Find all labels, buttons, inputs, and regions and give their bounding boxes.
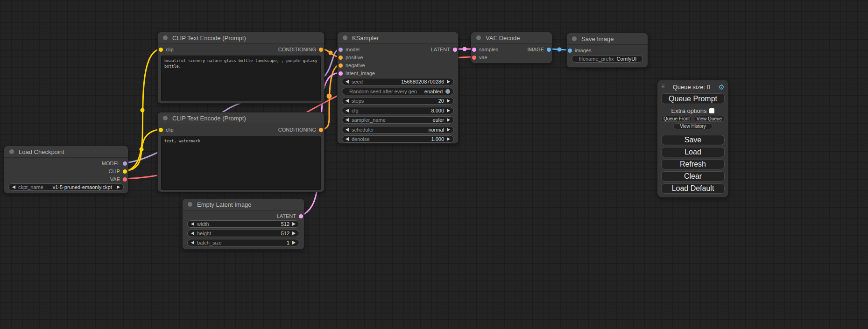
increment-arrow-icon[interactable] — [292, 241, 296, 245]
image-output-slot[interactable]: IMAGE — [528, 46, 551, 53]
clip-input-dot[interactable] — [159, 128, 163, 132]
decrement-arrow-icon[interactable] — [12, 185, 15, 189]
clip-input-dot[interactable] — [159, 48, 163, 52]
steps-widget[interactable]: steps 20 — [342, 97, 454, 105]
ckpt-name-widget[interactable]: ckpt_name v1-5-pruned-emaonly.ckpt — [8, 183, 124, 191]
node-ksampler[interactable]: KSampler model positive negative latent_… — [337, 32, 459, 144]
positive-input-slot[interactable]: positive — [339, 54, 363, 61]
save-button[interactable]: Save — [661, 135, 725, 145]
node-header[interactable]: VAE Decode — [471, 32, 552, 44]
latent-image-input-slot[interactable]: latent_image — [339, 70, 375, 77]
height-widget[interactable]: height 512 — [187, 230, 299, 237]
vae-input-dot[interactable] — [472, 56, 476, 60]
width-widget[interactable]: width 512 — [187, 220, 299, 228]
node-header[interactable]: CLIP Text Encode (Prompt) — [158, 112, 324, 124]
extra-options-checkbox[interactable] — [709, 108, 714, 113]
node-header[interactable]: Empty Latent Image — [183, 199, 304, 210]
model-output-slot[interactable]: MODEL — [102, 160, 127, 167]
collapse-dot-icon[interactable] — [163, 35, 168, 40]
load-default-button[interactable]: Load Default — [661, 183, 725, 194]
vae-input-slot[interactable]: vae — [472, 54, 487, 61]
queue-front-button[interactable]: Queue Front — [661, 116, 692, 122]
model-output-dot[interactable] — [123, 161, 127, 166]
increment-arrow-icon[interactable] — [117, 185, 120, 189]
node-clip-text-encode-negative[interactable]: CLIP Text Encode (Prompt) clip CONDITION… — [157, 112, 325, 192]
prompt-textarea[interactable]: beautiful scenery nature glass bottle la… — [161, 56, 321, 101]
increment-arrow-icon[interactable] — [447, 118, 450, 122]
latent-output-slot[interactable]: LATENT — [431, 46, 457, 53]
latent-output-dot[interactable] — [299, 214, 303, 218]
sampler-name-widget[interactable]: sampler_name euler — [342, 116, 454, 124]
clip-input-slot[interactable]: clip — [159, 46, 174, 53]
load-button[interactable]: Load — [661, 147, 725, 157]
seed-widget[interactable]: seed 156680208700286 — [342, 78, 454, 85]
prompt-textarea[interactable]: text, watermark — [161, 136, 321, 190]
conditioning-output-slot[interactable]: CONDITIONING — [278, 46, 323, 53]
conditioning-output-slot[interactable]: CONDITIONING — [278, 126, 323, 133]
negative-input-slot[interactable]: negative — [339, 62, 365, 69]
node-header[interactable]: Save Image — [567, 33, 648, 45]
increment-arrow-icon[interactable] — [292, 222, 296, 226]
scheduler-widget[interactable]: scheduler normal — [342, 126, 454, 133]
decrement-arrow-icon[interactable] — [346, 118, 349, 122]
random-seed-toggle[interactable]: Random seed after every gen enabled — [342, 88, 454, 95]
model-input-slot[interactable]: model — [339, 46, 360, 53]
collapse-dot-icon[interactable] — [188, 202, 192, 207]
node-graph-canvas[interactable]: CLIP Text Encode (Prompt) clip CONDITION… — [0, 0, 868, 329]
collapse-dot-icon[interactable] — [476, 35, 481, 40]
vae-output-dot[interactable] — [123, 177, 127, 182]
collapse-dot-icon[interactable] — [572, 36, 577, 41]
model-input-dot[interactable] — [339, 48, 343, 52]
denoise-widget[interactable]: denoise 1.000 — [342, 135, 454, 143]
toggle-dot-icon[interactable] — [445, 89, 450, 94]
increment-arrow-icon[interactable] — [447, 80, 450, 84]
increment-arrow-icon[interactable] — [447, 109, 450, 112]
samples-input-slot[interactable]: samples — [472, 46, 498, 53]
drag-handle-icon[interactable]: ⠿ — [661, 84, 664, 90]
decrement-arrow-icon[interactable] — [346, 128, 349, 132]
conditioning-output-dot[interactable] — [319, 48, 323, 52]
collapse-dot-icon[interactable] — [163, 116, 168, 120]
filename-prefix-widget[interactable]: filename_prefix ComfyUI — [572, 55, 643, 63]
increment-arrow-icon[interactable] — [447, 128, 450, 132]
samples-input-dot[interactable] — [472, 48, 476, 52]
increment-arrow-icon[interactable] — [447, 99, 450, 103]
cfg-widget[interactable]: cfg 8.000 — [342, 107, 454, 114]
queue-prompt-button[interactable]: Queue Prompt — [661, 93, 725, 104]
clear-button[interactable]: Clear — [661, 171, 725, 182]
collapse-dot-icon[interactable] — [9, 149, 14, 154]
node-empty-latent-image[interactable]: Empty Latent Image LATENT width 512 heig… — [182, 198, 304, 250]
refresh-button[interactable]: Refresh — [661, 159, 725, 169]
decrement-arrow-icon[interactable] — [346, 109, 349, 112]
conditioning-output-dot[interactable] — [319, 128, 323, 132]
gear-icon[interactable]: ⚙ — [719, 84, 725, 91]
image-output-dot[interactable] — [547, 48, 551, 52]
latent-output-dot[interactable] — [453, 48, 457, 52]
decrement-arrow-icon[interactable] — [346, 137, 349, 141]
vae-output-slot[interactable]: VAE — [110, 176, 127, 182]
clip-input-slot[interactable]: clip — [159, 126, 174, 133]
node-header[interactable]: CLIP Text Encode (Prompt) — [158, 32, 324, 44]
decrement-arrow-icon[interactable] — [346, 80, 349, 84]
node-header[interactable]: KSampler — [338, 32, 458, 44]
increment-arrow-icon[interactable] — [292, 231, 296, 235]
node-save-image[interactable]: Save Image images filename_prefix ComfyU… — [566, 33, 648, 68]
images-input-slot[interactable]: images — [568, 47, 591, 54]
negative-input-dot[interactable] — [339, 63, 343, 68]
increment-arrow-icon[interactable] — [447, 137, 450, 141]
positive-input-dot[interactable] — [339, 56, 343, 60]
view-history-button[interactable]: View History — [673, 123, 713, 129]
node-load-checkpoint[interactable]: Load Checkpoint MODEL CLIP VAE ckpt_name… — [4, 146, 128, 194]
batch-size-widget[interactable]: batch_size 1 — [187, 239, 299, 246]
node-vae-decode[interactable]: VAE Decode samples vae IMAGE — [471, 32, 552, 63]
latent-image-input-dot[interactable] — [339, 71, 343, 76]
latent-output-slot[interactable]: LATENT — [277, 213, 303, 219]
view-queue-button[interactable]: View Queue — [694, 116, 725, 122]
images-input-dot[interactable] — [568, 49, 572, 53]
decrement-arrow-icon[interactable] — [191, 231, 194, 235]
decrement-arrow-icon[interactable] — [191, 241, 194, 245]
collapse-dot-icon[interactable] — [343, 35, 347, 40]
node-header[interactable]: Load Checkpoint — [4, 146, 128, 158]
node-clip-text-encode-positive[interactable]: CLIP Text Encode (Prompt) clip CONDITION… — [157, 32, 325, 104]
decrement-arrow-icon[interactable] — [191, 222, 194, 226]
